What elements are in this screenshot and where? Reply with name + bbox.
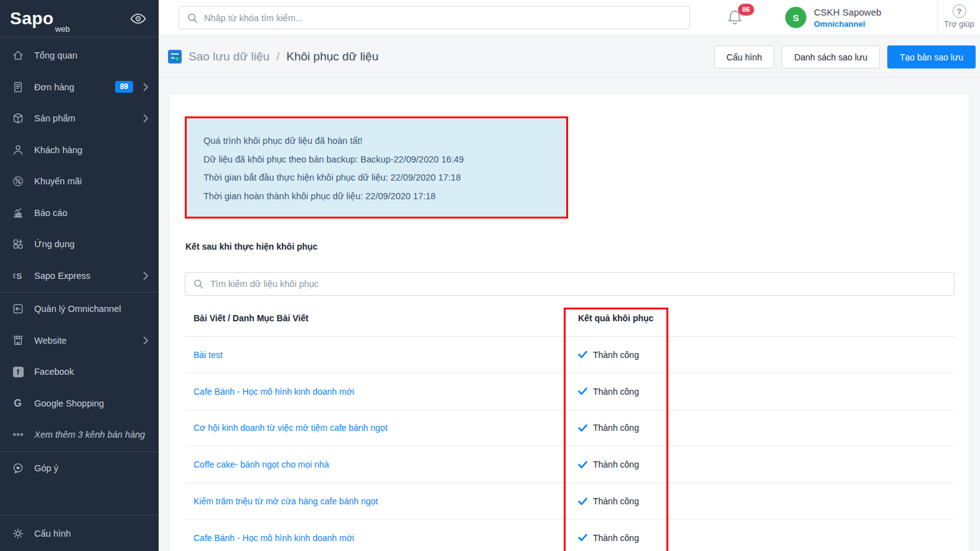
summary-line: Dữ liệu đã khôi phục theo bản backup: Ba… [203, 151, 554, 169]
customers-icon [11, 143, 25, 157]
sidebar-item-home[interactable]: Tổng quan [0, 40, 159, 72]
post-link[interactable]: Cafe Bánh - Học mô hình kinh doanh mới [194, 387, 354, 397]
summary-line: Thời gian bắt đầu thực hiện khôi phục dữ… [203, 169, 554, 187]
brand-suffix: web [55, 24, 70, 37]
facebook-icon: f [11, 365, 25, 379]
sidebar-item-gear[interactable]: Cấu hình [0, 516, 159, 551]
sidebar-item-apps[interactable]: Ứng dụng [0, 228, 159, 260]
notification-badge: 86 [738, 4, 754, 16]
orders-icon [11, 80, 25, 94]
table-row: Kiếm trăm triệu từ mở cửa hàng cafe bánh… [185, 483, 954, 520]
sidebar-item-orders[interactable]: Đơn hàng89 [0, 72, 159, 103]
sidebar-item-feedback[interactable]: Góp ý [0, 453, 159, 484]
check-icon [578, 387, 587, 395]
status-label: Thành công [593, 423, 639, 433]
post-link[interactable]: Cafe Bánh - Học mô hình kinh doanh mới [194, 533, 354, 543]
chevron-right-icon [143, 271, 149, 280]
sidebar-item-google[interactable]: GGoogle Shopping [0, 388, 159, 420]
post-link[interactable]: Bài test [194, 350, 223, 360]
reports-icon [11, 206, 25, 220]
sidebar-item-label: Khuyến mãi [34, 176, 149, 186]
help-label: Trợ giúp [938, 19, 980, 29]
page-title: Khôi phục dữ liệu [286, 50, 378, 64]
eye-icon[interactable] [130, 13, 146, 24]
post-link[interactable]: Cơ hội kinh doanh từ việc mở tiệm cafe b… [194, 423, 388, 433]
status-label: Thành công [593, 387, 639, 397]
website-icon [11, 334, 25, 347]
apps-icon [11, 237, 25, 251]
sidebar-item-omnichannel[interactable]: Quản lý Omnichannel [0, 293, 159, 325]
sidebar-item-label: Báo cáo [34, 208, 149, 218]
sidebar-item-reports[interactable]: Báo cáo [0, 197, 159, 229]
status-label: Thành công [593, 459, 639, 469]
sidebar-item-label: Ứng dụng [34, 239, 149, 249]
backup-app-icon [168, 50, 182, 64]
global-search-input[interactable] [179, 7, 689, 29]
sidebar-item-label: Xem thêm 3 kênh bán hàng [34, 430, 149, 440]
post-link[interactable]: Coffe cake- bánh ngọt cho mọi nhà [194, 459, 329, 469]
restore-search-input[interactable] [185, 273, 954, 295]
sidebar: Sapo web Tổng quanĐơn hàng89Sản phẩmKhác… [0, 0, 159, 551]
breadcrumb-parent[interactable]: Sao lưu dữ liệu [189, 50, 269, 64]
sidebar-divider [0, 292, 159, 293]
gear-icon [11, 527, 25, 540]
table-row: Cơ hội kinh doanh từ việc mở tiệm cafe b… [185, 410, 954, 447]
restore-status: Thành công [578, 459, 639, 469]
table-row: Cafe Bánh - Học mô hình kinh doanh mớiTh… [185, 520, 954, 551]
summary-line: Thời gian hoàn thành khôi phục dữ liệu: … [203, 187, 554, 206]
user-channel: Omnichannel [814, 19, 865, 29]
sidebar-item-label: Khách hàng [34, 145, 149, 155]
help-button[interactable]: ? Trợ giúp [938, 0, 980, 35]
breadcrumb: Sao lưu dữ liệu / Khôi phục dữ liệu [168, 36, 378, 77]
table-row: Coffe cake- bánh ngọt cho mọi nhàThành c… [185, 446, 954, 483]
restore-search[interactable] [185, 272, 954, 296]
breadcrumb-separator: / [276, 50, 279, 64]
sidebar-item-label: Tổng quan [34, 50, 149, 60]
sidebar-item-express[interactable]: SSapo Express [0, 260, 159, 292]
table-header: Bài Viết / Danh Mục Bài Viết Kết quả khô… [185, 300, 954, 337]
column-header-posts: Bài Viết / Danh Mục Bài Viết [194, 313, 309, 323]
omnichannel-icon [11, 302, 25, 316]
status-label: Thành công [593, 533, 639, 543]
sidebar-item-label: Facebook [34, 367, 149, 377]
table-row: Cafe Bánh - Học mô hình kinh doanh mớiTh… [185, 374, 954, 410]
home-icon [11, 49, 25, 62]
account-menu[interactable]: S CSKH Sapoweb Omnichannel [785, 7, 881, 29]
feedback-icon [11, 461, 25, 475]
svg-text:G: G [14, 398, 21, 408]
restore-card: Quá trình khôi phục dữ liệu đã hoàn tất!… [169, 93, 969, 551]
sidebar-divider [0, 451, 159, 452]
sidebar-item-promotion[interactable]: Khuyến mãi [0, 166, 159, 197]
config-button[interactable]: Cấu hình [714, 45, 775, 68]
check-icon [578, 497, 587, 506]
user-name: CSKH Sapoweb [814, 7, 881, 17]
sidebar-item-label: Quản lý Omnichannel [34, 304, 149, 314]
breadcrumb-bar: Sao lưu dữ liệu / Khôi phục dữ liệu Cấu … [159, 36, 980, 77]
create-backup-button[interactable]: Tạo bản sao lưu [887, 45, 976, 68]
sidebar-item-label: Google Shopping [34, 398, 149, 408]
topbar: 86 S CSKH Sapoweb Omnichannel ? Trợ giúp [159, 0, 980, 35]
table-body: Bài testThành côngCafe Bánh - Học mô hìn… [185, 337, 954, 551]
main-content: Quá trình khôi phục dữ liệu đã hoàn tất!… [159, 77, 980, 551]
global-search[interactable] [179, 6, 690, 29]
backup-list-button[interactable]: Danh sách sao lưu [782, 45, 880, 68]
status-label: Thành công [593, 496, 639, 506]
brand-logo[interactable]: Sapo web [0, 0, 159, 37]
sidebar-item-facebook[interactable]: fFacebook [0, 356, 159, 388]
sidebar-item-label: Cấu hình [34, 529, 149, 539]
notifications-button[interactable]: 86 [726, 7, 748, 32]
sidebar-item-website[interactable]: Website [0, 325, 159, 357]
check-icon [578, 351, 587, 359]
more-channels-icon [11, 428, 25, 441]
column-header-result: Kết quả khôi phục [578, 313, 653, 323]
post-link[interactable]: Kiếm trăm triệu từ mở cửa hàng cafe bánh… [194, 496, 378, 506]
chevron-right-icon [143, 114, 149, 123]
restore-summary: Quá trình khôi phục dữ liệu đã hoàn tất!… [187, 118, 566, 217]
sidebar-item-products[interactable]: Sản phẩm [0, 103, 159, 134]
sidebar-item-customers[interactable]: Khách hàng [0, 134, 159, 166]
page-actions: Cấu hình Danh sách sao lưu Tạo bản sao l… [714, 45, 976, 68]
sidebar-item-label: Sapo Express [34, 271, 143, 281]
results-heading: Kết sau khi thực hiện khôi phục [185, 242, 317, 252]
sidebar-item-more-channels[interactable]: Xem thêm 3 kênh bán hàng [0, 419, 159, 451]
sidebar-item-label: Đơn hàng [34, 82, 115, 92]
